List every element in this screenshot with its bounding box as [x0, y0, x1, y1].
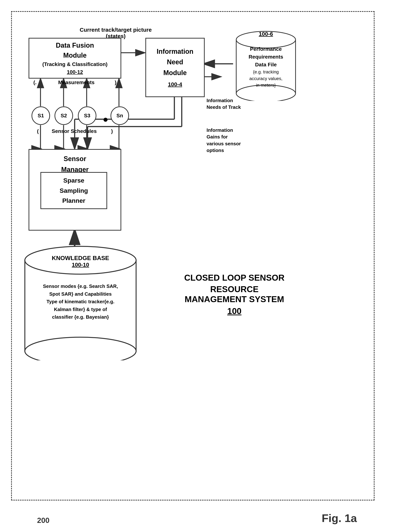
measurements-area: (. Measurements )	[29, 79, 121, 85]
info-need-line1: Information	[157, 46, 193, 57]
knowledge-base-cylinder: KNOWLEDGE BASE 100-10 Sensor modes {e.g.…	[23, 245, 138, 360]
kb-desc4: Kalman filter} & type of	[27, 306, 134, 314]
data-fusion-line2: Module	[42, 50, 108, 60]
sensor-dot: ●	[103, 114, 108, 124]
info-need-box: Information Need Module 100-4	[145, 38, 205, 97]
perf-req-cylinder: 100-6 Performance Requirements Data File…	[234, 30, 297, 101]
footer-fig: Fig. 1a	[322, 512, 357, 525]
perf-req-line4: {e.g. tracking	[236, 69, 296, 75]
data-fusion-line3: (Tracking & Classification)	[42, 60, 108, 68]
sparse-sampling-box: Sparse Sampling Planner	[40, 172, 107, 209]
perf-req-line2: Requirements	[236, 53, 296, 61]
sensor-sn-circle: Sn	[110, 106, 129, 125]
footer-label: 200	[37, 516, 50, 525]
sensor-schedules-text: ( Sensor Schedules )	[29, 128, 121, 134]
page-container: Current track/target picture (states) Da…	[0, 0, 394, 532]
main-diagram-box: Current track/target picture (states) Da…	[11, 11, 374, 501]
track-target-label: Current track/target picture (states)	[75, 27, 156, 39]
sparse-line2: Sampling	[60, 186, 88, 196]
kb-desc3: Type of kinematic tracker{e.g.	[27, 298, 134, 306]
closed-loop-block: CLOSED LOOP SENSOR RESOURCE MANAGEMENT S…	[170, 271, 299, 316]
data-fusion-box: Data Fusion Module (Tracking & Classific…	[29, 38, 121, 79]
info-need-line4: 100-4	[157, 80, 193, 89]
perf-req-line3: Data File	[236, 61, 296, 69]
data-fusion-line1: Data Fusion	[42, 40, 108, 50]
sensor-s2-circle: S2	[55, 106, 73, 125]
kb-desc5: classifier {e.g. Bayesian}	[27, 313, 134, 321]
kb-desc2: Spot SAR} and Capabilities	[27, 290, 134, 298]
perf-req-line6: in meters}	[236, 82, 296, 89]
info-gains-label: InformationGains forvarious sensoroption…	[207, 127, 259, 154]
data-fusion-line4: 100-12	[42, 68, 108, 76]
sensor-schedules-area: ( Sensor Schedules )	[29, 128, 121, 134]
closed-loop-line1: CLOSED LOOP SENSOR	[170, 271, 299, 284]
perf-req-line1: Performance	[236, 45, 296, 53]
info-need-line2: Need	[157, 57, 193, 67]
perf-req-line5: accuracy values,	[236, 75, 296, 82]
closed-loop-line3: MANAGEMENT SYSTEM	[170, 294, 299, 304]
sensor-manager-line1: Sensor	[29, 154, 120, 164]
closed-loop-line2: RESOURCE	[170, 284, 299, 294]
sensor-s3-circle: S3	[78, 106, 96, 125]
sensor-s1-circle: S1	[31, 106, 50, 125]
info-needs-track-label: InformationNeeds of Track	[207, 97, 259, 111]
sparse-line3: Planner	[60, 196, 88, 206]
closed-loop-line4: 100	[170, 306, 299, 316]
sensor-manager-box: Sensor Manager Module 100-2 Sparse Sampl…	[29, 149, 121, 231]
info-need-line3: Module	[157, 67, 193, 78]
kb-desc1: Sensor modes {e.g. Search SAR,	[27, 283, 134, 290]
sparse-line1: Sparse	[60, 175, 88, 185]
measurements-parens: (. Measurements )	[29, 79, 121, 85]
kb-title: KNOWLEDGE BASE	[23, 255, 138, 262]
kb-id: 100-10	[23, 262, 138, 268]
perf-req-id: 100-6	[259, 31, 273, 37]
